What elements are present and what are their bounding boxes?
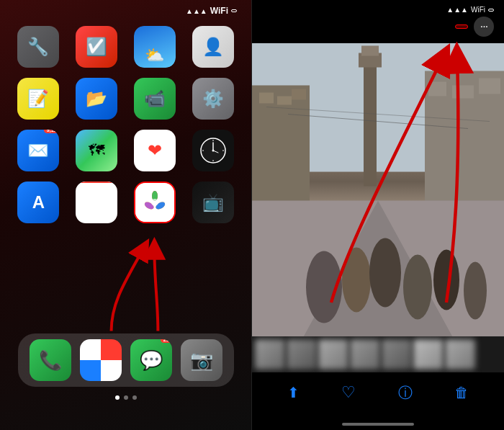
- photos-icon: [134, 182, 176, 223]
- more-button[interactable]: ···: [474, 17, 494, 37]
- thumbnail-strip: [252, 336, 504, 372]
- thumb-4: [350, 339, 380, 369]
- safari-dock-icon: [80, 339, 122, 381]
- app-files[interactable]: 📂: [71, 78, 122, 122]
- right-status-icons: ▲▲▲ WiFi: [446, 6, 494, 14]
- tv-icon: 📺: [192, 182, 234, 223]
- svg-point-14: [151, 199, 158, 206]
- app-mail[interactable]: ✉️ 9,128: [13, 130, 64, 174]
- mail-icon: ✉️ 9,128: [17, 130, 59, 171]
- battery-icon: [231, 9, 237, 12]
- clock-icon: [192, 130, 234, 171]
- app-reminders[interactable]: ☑️: [71, 26, 122, 71]
- app-calendar[interactable]: [71, 182, 122, 226]
- app-grid: 🔧 ☑️ ⛅ 👤 📝: [0, 19, 251, 233]
- dot-1: [115, 395, 120, 400]
- svg-point-34: [403, 255, 432, 320]
- left-status-icons: ▲▲▲ WiFi: [186, 6, 237, 16]
- page-dots: [115, 395, 137, 400]
- thumb-5: [382, 339, 412, 369]
- calendar-icon: [76, 182, 117, 223]
- status-bar-right: ▲▲▲ WiFi: [262, 6, 494, 14]
- thumb-3: [318, 339, 348, 369]
- nav-right-buttons: ···: [455, 17, 494, 37]
- dock-phone[interactable]: 📞: [30, 339, 71, 381]
- dock: 📞 💬 213 📷: [18, 333, 234, 387]
- svg-point-36: [464, 262, 487, 320]
- svg-rect-19: [259, 93, 274, 104]
- messages-dock-icon: 💬 213: [130, 339, 172, 381]
- left-status-bar: ▲▲▲ WiFi: [0, 0, 251, 19]
- trash-button[interactable]: 🗑: [454, 385, 469, 401]
- svg-point-33: [369, 238, 401, 308]
- home-indicator: [342, 423, 414, 426]
- files-icon: 📂: [76, 78, 117, 120]
- svg-point-31: [306, 251, 342, 323]
- calendar-day: [76, 182, 117, 183]
- share-button[interactable]: ⬆: [287, 384, 300, 401]
- settings-icon: ⚙️: [192, 78, 234, 120]
- svg-rect-28: [479, 79, 500, 94]
- dock-camera[interactable]: 📷: [181, 339, 222, 381]
- wifi-icon: WiFi: [210, 6, 228, 16]
- svg-rect-24: [361, 46, 379, 56]
- app-photos[interactable]: [130, 182, 181, 226]
- right-battery-icon: [488, 9, 494, 12]
- signal-icon: ▲▲▲: [186, 7, 207, 15]
- weather-icon: ⛅: [134, 26, 176, 68]
- health-icon: ❤: [134, 130, 176, 171]
- app-clock[interactable]: [187, 130, 238, 174]
- app-utilities[interactable]: 🔧: [13, 26, 64, 71]
- top-nav-bar: ▲▲▲ WiFi ···: [252, 0, 504, 41]
- right-signal-icon: ▲▲▲: [446, 6, 468, 14]
- maps-icon: 🗺: [76, 130, 117, 171]
- svg-rect-21: [292, 89, 306, 100]
- phone-dock-icon: 📞: [30, 339, 71, 381]
- app-weather[interactable]: ⛅: [130, 26, 181, 71]
- app-tv[interactable]: 📺: [187, 182, 238, 226]
- dot-3: [132, 395, 137, 400]
- info-button[interactable]: ⓘ: [398, 383, 413, 403]
- appstore-icon: A: [17, 182, 59, 223]
- svg-rect-26: [428, 82, 446, 97]
- reminders-icon: ☑️: [76, 26, 117, 68]
- edit-button[interactable]: [455, 24, 468, 29]
- app-settings[interactable]: ⚙️: [187, 78, 238, 122]
- app-notes[interactable]: 📝: [13, 78, 64, 122]
- thumb-6: [413, 339, 444, 369]
- svg-rect-27: [452, 86, 474, 99]
- app-contacts[interactable]: 👤: [187, 26, 238, 71]
- mail-badge: 9,128: [44, 130, 60, 133]
- more-icon: ···: [480, 20, 487, 33]
- dock-messages[interactable]: 💬 213: [130, 339, 172, 381]
- svg-point-32: [342, 248, 371, 313]
- facetime-icon: 📹: [134, 78, 176, 120]
- contacts-icon: 👤: [192, 26, 234, 68]
- heart-button[interactable]: ♡: [341, 383, 356, 402]
- right-phone: ▲▲▲ WiFi ···: [252, 0, 504, 430]
- app-facetime[interactable]: 📹: [130, 78, 181, 122]
- thumb-7: [445, 339, 475, 369]
- dot-2: [124, 395, 128, 400]
- right-wifi-icon: WiFi: [471, 6, 485, 14]
- thumb-2: [287, 339, 317, 369]
- app-appstore[interactable]: A: [13, 182, 64, 226]
- svg-point-35: [433, 250, 459, 310]
- nav-controls: ···: [262, 14, 494, 37]
- svg-rect-20: [277, 97, 292, 105]
- camera-dock-icon: 📷: [181, 339, 222, 381]
- thumb-1: [255, 339, 285, 369]
- app-maps[interactable]: 🗺: [71, 130, 122, 174]
- left-phone: ▲▲▲ WiFi 🔧 ☑️ ⛅: [0, 0, 252, 430]
- notes-icon: 📝: [17, 78, 59, 120]
- messages-badge: 213: [161, 339, 172, 343]
- utilities-icon: 🔧: [17, 26, 59, 68]
- app-health[interactable]: ❤: [130, 130, 181, 174]
- dock-safari[interactable]: [80, 339, 122, 381]
- street-photo: [252, 43, 504, 351]
- bottom-toolbar: ⬆ ♡ ⓘ 🗑: [252, 372, 504, 413]
